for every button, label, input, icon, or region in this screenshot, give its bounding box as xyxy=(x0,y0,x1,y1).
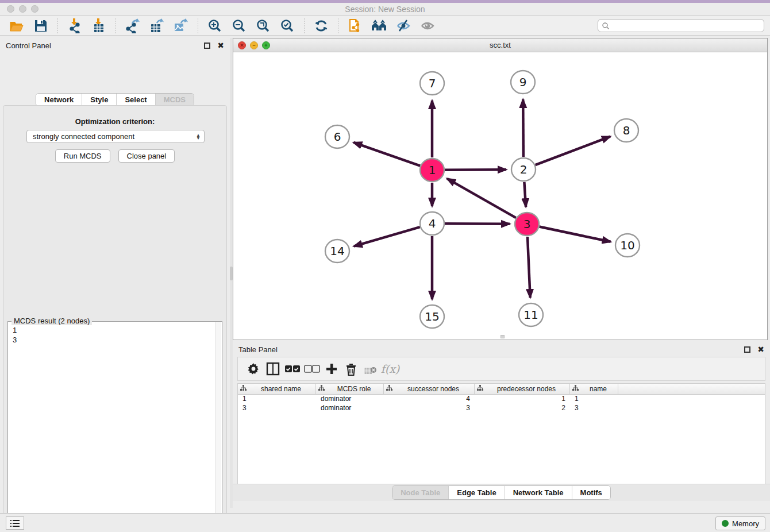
network-canvas[interactable]: 7968124314101511 xyxy=(233,52,767,340)
tab-edge-table[interactable]: Edge Table xyxy=(449,486,505,499)
edge-2-9[interactable] xyxy=(523,99,523,157)
tab-mcds[interactable]: MCDS xyxy=(156,94,194,106)
float-panel-icon[interactable] xyxy=(204,43,210,49)
memory-status-icon xyxy=(722,520,729,527)
criterion-select[interactable]: strongly connected component ▲▼ xyxy=(26,130,205,143)
table-row[interactable]: 3dominator323 xyxy=(238,404,765,413)
gear-icon[interactable] xyxy=(244,360,263,377)
tab-motifs[interactable]: Motifs xyxy=(572,486,610,499)
hide-selected-icon[interactable] xyxy=(395,18,412,34)
column-header-successor-nodes[interactable]: successor nodes xyxy=(384,384,475,394)
edge-1-6[interactable] xyxy=(353,142,420,166)
close-panel-icon[interactable]: ✖ xyxy=(217,41,224,49)
node-15[interactable]: 15 xyxy=(420,305,444,328)
cell[interactable]: 1 xyxy=(475,395,570,404)
cell[interactable]: 3 xyxy=(570,404,618,413)
svg-text:6: 6 xyxy=(334,130,341,144)
close-panel-button[interactable]: Close panel xyxy=(118,149,175,163)
node-table-header[interactable]: shared nameMCDS rolesuccessor nodesprede… xyxy=(238,384,765,395)
node-10[interactable]: 10 xyxy=(615,234,640,257)
tab-select[interactable]: Select xyxy=(117,94,155,106)
tab-network-table[interactable]: Network Table xyxy=(505,486,572,499)
save-session-icon[interactable] xyxy=(32,18,49,34)
export-image-icon[interactable] xyxy=(172,18,190,34)
select-all-columns-icon[interactable] xyxy=(283,360,302,377)
column-header-MCDS-role[interactable]: MCDS role xyxy=(316,384,384,394)
zoom-in-icon[interactable] xyxy=(206,18,224,34)
network-resize-grip[interactable] xyxy=(500,335,505,338)
delete-table-icon xyxy=(361,360,380,377)
mcds-result-text[interactable]: 1 3 xyxy=(8,322,222,348)
control-panel: Control Panel ✖ NetworkStyleSelectMCDS O… xyxy=(0,38,230,508)
edge-3-1[interactable] xyxy=(447,179,516,218)
refresh-icon[interactable] xyxy=(313,18,330,34)
cell[interactable]: 1 xyxy=(238,395,316,404)
show-all-icon[interactable] xyxy=(419,18,436,34)
run-mcds-button[interactable]: Run MCDS xyxy=(55,149,110,163)
node-2[interactable]: 2 xyxy=(511,158,536,181)
edge-4-14[interactable] xyxy=(354,227,420,246)
delete-column-icon[interactable] xyxy=(341,360,361,377)
search-input[interactable] xyxy=(610,22,760,30)
column-header-name[interactable]: name xyxy=(570,384,618,394)
mcds-result-scrollbar[interactable] xyxy=(215,322,221,532)
table-toolbar: f(x) xyxy=(237,357,765,381)
edge-4-3[interactable] xyxy=(445,223,510,224)
node-14[interactable]: 14 xyxy=(325,240,349,263)
table-row[interactable]: 1dominator411 xyxy=(238,395,765,404)
tab-network[interactable]: Network xyxy=(36,94,82,106)
search-box[interactable] xyxy=(598,19,764,32)
cell[interactable]: 3 xyxy=(384,404,475,413)
edge-3-10[interactable] xyxy=(540,227,611,242)
cell[interactable]: dominator xyxy=(316,395,384,404)
export-network-icon[interactable] xyxy=(124,18,141,34)
cell[interactable]: 2 xyxy=(475,404,570,413)
node-6[interactable]: 6 xyxy=(325,125,349,148)
optimization-criterion-label: Optimization criterion: xyxy=(3,117,226,126)
node-11[interactable]: 11 xyxy=(519,303,543,326)
zoom-selected-icon[interactable] xyxy=(279,18,296,34)
split-columns-icon[interactable] xyxy=(263,360,283,377)
function-builder-icon: f(x) xyxy=(380,360,400,377)
add-column-icon[interactable] xyxy=(322,360,341,377)
zoom-out-icon[interactable] xyxy=(230,18,248,34)
node-3[interactable]: 3 xyxy=(515,213,539,236)
edge-3-11[interactable] xyxy=(528,237,530,298)
node-table[interactable]: shared nameMCDS rolesuccessor nodesprede… xyxy=(237,383,765,484)
column-header-predecessor-nodes[interactable]: predecessor nodes xyxy=(475,384,570,394)
open-file-icon[interactable] xyxy=(8,18,25,34)
svg-text:10: 10 xyxy=(620,238,634,252)
cell[interactable]: 1 xyxy=(570,395,618,404)
node-8[interactable]: 8 xyxy=(614,119,638,142)
node-1[interactable]: 1 xyxy=(420,159,444,182)
column-header-shared-name[interactable]: shared name xyxy=(238,384,316,394)
edge-2-8[interactable] xyxy=(536,137,610,165)
first-neighbors-icon[interactable] xyxy=(371,18,388,34)
network-graph[interactable]: 7968124314101511 xyxy=(233,52,767,340)
node-9[interactable]: 9 xyxy=(511,71,535,94)
cell[interactable]: 4 xyxy=(384,395,475,404)
unselect-all-columns-icon[interactable] xyxy=(302,360,322,377)
memory-button[interactable]: Memory xyxy=(715,516,765,530)
close-table-panel-icon[interactable]: ✖ xyxy=(757,345,764,353)
node-7[interactable]: 7 xyxy=(420,72,444,95)
network-window-titlebar[interactable]: ✕ – + scc.txt xyxy=(233,38,767,52)
edge-1-2[interactable] xyxy=(445,169,506,170)
import-table-icon[interactable] xyxy=(90,18,107,34)
node-4[interactable]: 4 xyxy=(420,212,444,235)
edge-2-3[interactable] xyxy=(524,182,526,207)
task-history-button[interactable] xyxy=(6,516,24,530)
export-table-icon[interactable] xyxy=(148,18,165,34)
toolbar-separator xyxy=(116,18,116,33)
tab-style[interactable]: Style xyxy=(82,94,117,106)
toolbar-separator xyxy=(338,18,338,33)
import-network-icon[interactable] xyxy=(66,18,83,34)
cell[interactable]: dominator xyxy=(316,404,384,413)
tab-node-table[interactable]: Node Table xyxy=(392,486,449,499)
hierarchy-icon xyxy=(477,385,483,393)
mcds-panel: Optimization criterion: strongly connect… xyxy=(3,105,227,532)
cell[interactable]: 3 xyxy=(238,404,316,413)
float-table-panel-icon[interactable] xyxy=(744,346,750,353)
new-network-icon[interactable] xyxy=(346,18,364,34)
zoom-fit-icon[interactable] xyxy=(255,18,272,34)
